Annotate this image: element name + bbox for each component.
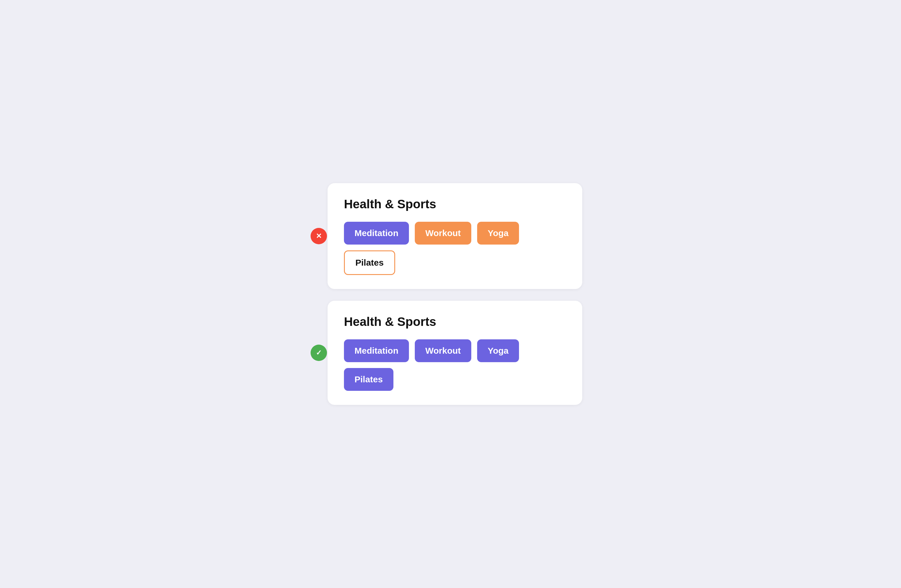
tag-meditation-success[interactable]: Meditation xyxy=(344,339,409,362)
success-card: Health & Sports Meditation Workout Yoga … xyxy=(327,301,582,405)
tag-yoga-error[interactable]: Yoga xyxy=(477,222,519,244)
error-card-title: Health & Sports xyxy=(344,197,566,211)
success-tags-row: Meditation Workout Yoga Pilates xyxy=(344,339,566,391)
tag-pilates-success[interactable]: Pilates xyxy=(344,368,393,391)
tag-yoga-success[interactable]: Yoga xyxy=(477,339,519,362)
success-card-wrapper: ✓ Health & Sports Meditation Workout Yog… xyxy=(319,301,582,405)
success-card-title: Health & Sports xyxy=(344,315,566,329)
tag-meditation-error[interactable]: Meditation xyxy=(344,222,409,244)
error-badge: ✕ xyxy=(310,228,327,244)
error-card-wrapper: ✕ Health & Sports Meditation Workout Yog… xyxy=(319,183,582,289)
tag-pilates-error[interactable]: Pilates xyxy=(344,250,395,275)
error-icon: ✕ xyxy=(316,232,322,240)
success-icon: ✓ xyxy=(316,349,322,357)
success-badge: ✓ xyxy=(310,345,327,361)
error-card: Health & Sports Meditation Workout Yoga … xyxy=(327,183,582,289)
tag-workout-error[interactable]: Workout xyxy=(415,222,471,244)
error-tags-row: Meditation Workout Yoga Pilates xyxy=(344,222,566,275)
tag-workout-success[interactable]: Workout xyxy=(415,339,471,362)
